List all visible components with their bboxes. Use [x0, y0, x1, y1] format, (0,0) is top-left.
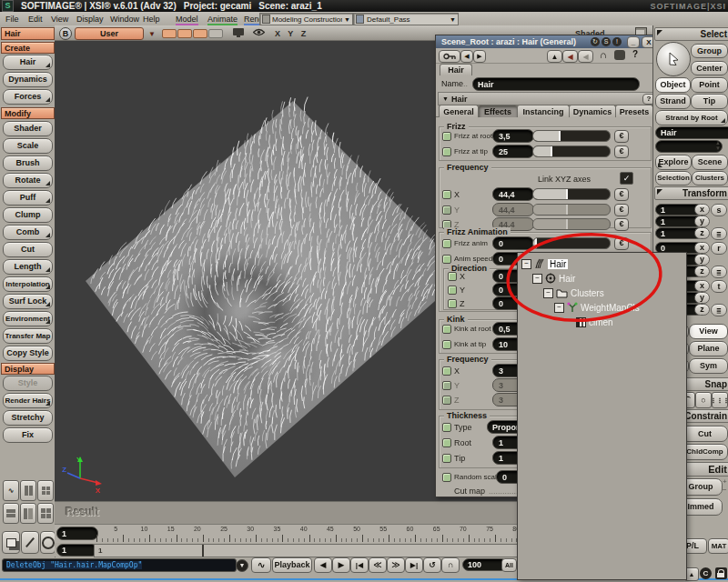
tab-instancing[interactable]: Instancing: [517, 105, 570, 117]
axis-x-button[interactable]: x: [694, 242, 710, 254]
menu-model[interactable]: Model: [176, 15, 198, 25]
button-cut[interactable]: Cut: [3, 242, 53, 257]
windows-stack-button[interactable]: [2, 531, 20, 554]
menu-display[interactable]: Display: [76, 15, 104, 24]
memo-cam-3[interactable]: [193, 29, 207, 38]
pass-dropdown[interactable]: Default_Pass ▼: [353, 13, 459, 25]
layout-preset-graph-button[interactable]: ∿: [3, 480, 19, 501]
button-stretchy[interactable]: Stretchy: [3, 410, 53, 426]
anim-divot-icon[interactable]: [442, 340, 451, 349]
snap-point-button[interactable]: ○: [695, 392, 712, 408]
link-xyz-checkbox[interactable]: ✓: [620, 172, 633, 185]
spinner-down-icon[interactable]: ▼: [715, 146, 721, 151]
connect-icon[interactable]: €: [614, 237, 629, 250]
button-dynamics[interactable]: Dynamics: [3, 72, 53, 87]
param-value-field[interactable]: 44,4: [492, 203, 534, 216]
go-end-button[interactable]: ▶|: [405, 557, 423, 573]
ppg-refresh-icon[interactable]: S: [602, 37, 611, 46]
axis-z-button[interactable]: z: [694, 266, 710, 277]
section-create[interactable]: Create: [1, 42, 55, 54]
lock-icon[interactable]: [715, 567, 727, 579]
ppg-info-icon[interactable]: !: [612, 37, 622, 46]
button-forces[interactable]: Forces: [3, 89, 53, 105]
button-copy-style[interactable]: Copy Style: [3, 346, 53, 361]
loop-button[interactable]: ↺: [423, 557, 441, 573]
prev-key-button[interactable]: ≪: [369, 557, 387, 573]
button-interpolation[interactable]: Interpolation: [3, 276, 53, 292]
ppg-recycle-icon[interactable]: ↻: [591, 37, 600, 46]
brush-tool-button[interactable]: [21, 531, 39, 554]
group-minus-icon[interactable]: −: [723, 486, 727, 494]
section-modify[interactable]: Modify: [1, 107, 55, 119]
scale-tool-button[interactable]: s: [711, 204, 727, 216]
translate-tool-button[interactable]: t: [711, 280, 727, 293]
param-value-field[interactable]: 25: [492, 145, 534, 158]
param-value-field[interactable]: 3,5: [492, 129, 534, 143]
button-render-hairs[interactable]: Render Hairs: [3, 393, 53, 408]
anim-divot-icon[interactable]: [442, 438, 451, 447]
tree-node-weightmapcls[interactable]: − WeightMapCls: [554, 301, 640, 314]
memo-cam-4[interactable]: [208, 29, 223, 38]
rotate-tool-button[interactable]: r: [711, 242, 727, 255]
selection-field-2[interactable]: [655, 140, 723, 153]
nav-up-button[interactable]: ▲: [547, 50, 562, 63]
button-rotate[interactable]: Rotate: [3, 173, 53, 188]
layout-preset-quad-button[interactable]: [37, 480, 54, 501]
ppg-minimize-button[interactable]: _: [627, 36, 640, 48]
button-transfer-map[interactable]: Transfer Map: [3, 328, 53, 344]
connect-icon[interactable]: €: [614, 188, 629, 201]
group-plus-icon[interactable]: +: [723, 477, 727, 486]
step-forward-button[interactable]: ▶: [332, 557, 350, 573]
collapse-icon[interactable]: −: [554, 303, 564, 313]
xyz-axis-toggle[interactable]: X Y Z: [275, 29, 308, 38]
strand-by-root-button[interactable]: Strand by Root: [655, 110, 728, 125]
scale-multi-button[interactable]: ≣: [711, 227, 727, 240]
filter-point-button[interactable]: Point: [691, 77, 728, 93]
undo-icon[interactable]: ∩: [600, 49, 607, 60]
tab-general[interactable]: General: [439, 105, 479, 117]
param-slider[interactable]: [532, 130, 611, 142]
tab-presets[interactable]: Presets: [615, 105, 653, 117]
anim-divot-icon[interactable]: [442, 454, 451, 463]
name-field[interactable]: Hair: [472, 77, 640, 91]
explore-button[interactable]: Explore: [655, 155, 692, 170]
anim-divot-icon[interactable]: [448, 286, 457, 295]
script-editor-button[interactable]: ∿: [251, 557, 271, 573]
go-start-button[interactable]: |◀: [350, 557, 369, 573]
layout-preset-tall-button[interactable]: [20, 503, 36, 524]
translate-multi-button[interactable]: ≣: [711, 304, 727, 316]
connect-icon[interactable]: €: [614, 204, 629, 216]
memo-cam-2[interactable]: [177, 29, 192, 38]
camera-icon[interactable]: [233, 28, 244, 35]
scene-button[interactable]: Scene: [692, 155, 728, 170]
filter-strand-button[interactable]: Strand: [655, 94, 691, 109]
tree-node-clusters[interactable]: − Clusters: [543, 286, 604, 299]
view-type-dropdown[interactable]: User ▼: [75, 27, 144, 40]
snap-grid-button[interactable]: ⋮⋮⋮: [712, 392, 728, 408]
transform-header[interactable]: Transform: [654, 186, 728, 200]
anim-divot-icon[interactable]: [442, 190, 451, 199]
playback-menu-button[interactable]: Playback: [272, 557, 312, 573]
filter-tip-button[interactable]: Tip: [691, 94, 728, 109]
button-brush[interactable]: Brush: [3, 156, 53, 171]
button-scale[interactable]: Scale: [3, 138, 53, 154]
axis-y-button[interactable]: y: [694, 254, 710, 266]
anim-divot-icon[interactable]: [442, 366, 451, 376]
command-dropdown-icon[interactable]: ▼: [236, 559, 248, 572]
anim-divot-icon[interactable]: [442, 132, 451, 141]
param-slider[interactable]: [532, 218, 611, 230]
axis-x-button[interactable]: x: [694, 280, 710, 292]
nav-back-button[interactable]: ◀: [562, 50, 578, 63]
plane-mode-button[interactable]: Plane: [689, 341, 728, 356]
next-page-button[interactable]: ▶: [473, 50, 486, 63]
button-hair[interactable]: Hair: [3, 55, 53, 70]
anim-divot-icon[interactable]: [442, 147, 451, 156]
menu-window[interactable]: Window: [110, 15, 139, 24]
ppg-object-tab[interactable]: Hair: [440, 64, 472, 75]
cut-button[interactable]: Cut: [682, 426, 728, 442]
axis-y-button[interactable]: y: [694, 216, 710, 227]
ppg-title-bar[interactable]: Scene_Root : arazi : Hair (General) ↻ S …: [436, 35, 658, 48]
ppg-help-button[interactable]: ?: [632, 49, 638, 59]
center-button[interactable]: Center: [691, 61, 728, 75]
tree-node-hair-root[interactable]: − Hair: [521, 257, 568, 270]
